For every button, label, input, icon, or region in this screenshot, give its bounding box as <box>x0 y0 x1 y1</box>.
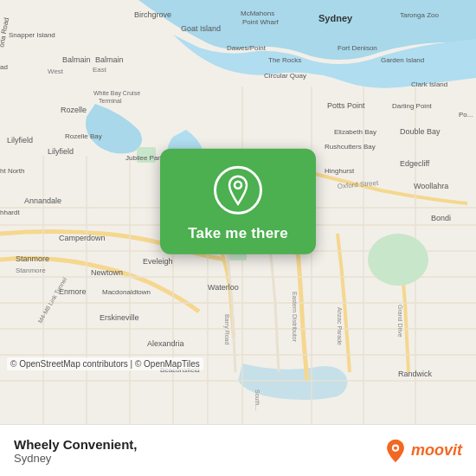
svg-text:McMahons: McMahons <box>241 10 274 17</box>
svg-text:Jubilee Park: Jubilee Park <box>125 154 164 162</box>
svg-text:South...: South... <box>254 389 261 410</box>
map-area[interactable]: Balmain West Balmain East Snapper Island… <box>0 0 476 424</box>
svg-point-86 <box>394 446 397 449</box>
svg-text:Macdonaldtown: Macdonaldtown <box>102 288 151 296</box>
svg-text:Taronga Zoo: Taronga Zoo <box>400 11 439 19</box>
svg-text:Goat Island: Goat Island <box>181 24 221 33</box>
svg-point-84 <box>235 182 241 189</box>
svg-text:Lilyfield: Lilyfield <box>48 147 74 156</box>
location-info: Wheely Convenient, Sydney <box>14 437 138 465</box>
svg-text:Bondi: Bondi <box>431 214 451 222</box>
svg-text:ad: ad <box>0 63 8 71</box>
svg-text:The Rocks: The Rocks <box>268 56 301 64</box>
svg-text:Waterloo: Waterloo <box>208 283 239 292</box>
svg-text:Rushcutters Bay: Rushcutters Bay <box>325 143 376 151</box>
svg-text:Camperdown: Camperdown <box>59 234 106 242</box>
svg-text:Elizabeth Bay: Elizabeth Bay <box>334 128 376 136</box>
moovit-logo[interactable]: moovit <box>383 439 462 463</box>
svg-text:Annandale: Annandale <box>24 196 61 205</box>
svg-point-19 <box>368 234 428 286</box>
pin-icon-container <box>214 166 262 215</box>
take-me-there-button[interactable]: Take me there <box>188 225 288 242</box>
svg-text:Potts Point: Potts Point <box>327 101 365 110</box>
location-city: Sydney <box>14 452 138 465</box>
svg-text:Birchgrove: Birchgrove <box>134 10 171 19</box>
svg-text:Snapper Island: Snapper Island <box>9 31 55 39</box>
svg-text:Rozelle Bay: Rozelle Bay <box>65 132 102 140</box>
svg-text:Alexandria: Alexandria <box>147 339 184 348</box>
svg-text:Stanmore: Stanmore <box>16 267 46 274</box>
map-attribution: © OpenStreetMap contributors | © OpenMap… <box>7 357 203 370</box>
svg-text:East: East <box>93 66 107 74</box>
svg-text:West: West <box>48 68 64 75</box>
svg-text:Randwick: Randwick <box>398 370 433 378</box>
svg-text:Terminal: Terminal <box>99 98 122 104</box>
svg-text:Fort Denison: Fort Denison <box>338 44 377 52</box>
svg-text:Edgecliff: Edgecliff <box>400 159 430 168</box>
svg-text:Sydney: Sydney <box>318 13 353 23</box>
svg-text:Grand Drive: Grand Drive <box>397 305 403 338</box>
svg-text:Circular Quay: Circular Quay <box>264 72 306 80</box>
svg-text:Newtown: Newtown <box>91 268 123 277</box>
svg-text:Double Bay: Double Bay <box>400 127 441 136</box>
svg-text:Darling Point: Darling Point <box>392 102 433 110</box>
svg-text:Barry Road: Barry Road <box>223 314 230 345</box>
svg-text:Eveleigh: Eveleigh <box>143 257 173 266</box>
action-card[interactable]: Take me there <box>160 149 316 254</box>
svg-text:Anzac Parade: Anzac Parade <box>337 307 343 345</box>
svg-text:Rozelle: Rozelle <box>61 106 87 114</box>
svg-text:Eastern Distributor: Eastern Distributor <box>292 292 298 343</box>
svg-text:ht North: ht North <box>0 167 24 175</box>
svg-text:Lilyfield: Lilyfield <box>7 136 33 145</box>
svg-text:Enmore: Enmore <box>59 287 87 296</box>
svg-text:Stanmore: Stanmore <box>16 254 49 263</box>
svg-text:Po...: Po... <box>459 111 473 119</box>
location-pin-icon <box>224 175 252 206</box>
moovit-brand-name: moovit <box>411 441 462 460</box>
svg-text:Balmain: Balmain <box>95 55 124 64</box>
moovit-pin-icon <box>383 439 408 463</box>
location-name: Wheely Convenient, <box>14 437 138 452</box>
svg-text:Dawes/Point: Dawes/Point <box>227 44 267 52</box>
svg-text:Balmain: Balmain <box>62 55 91 64</box>
svg-text:Point Wharf: Point Wharf <box>242 18 280 26</box>
svg-text:Hinghurst: Hinghurst <box>325 167 355 175</box>
svg-text:Erskineville: Erskineville <box>100 313 139 322</box>
svg-text:hhardt: hhardt <box>0 209 20 216</box>
svg-text:Woollahra: Woollahra <box>414 182 448 190</box>
svg-text:Garden Island: Garden Island <box>381 56 424 64</box>
svg-text:White Bay Cruise: White Bay Cruise <box>93 90 140 97</box>
svg-text:Clark Island: Clark Island <box>411 80 447 88</box>
bottom-bar: Wheely Convenient, Sydney moovit <box>0 424 476 476</box>
